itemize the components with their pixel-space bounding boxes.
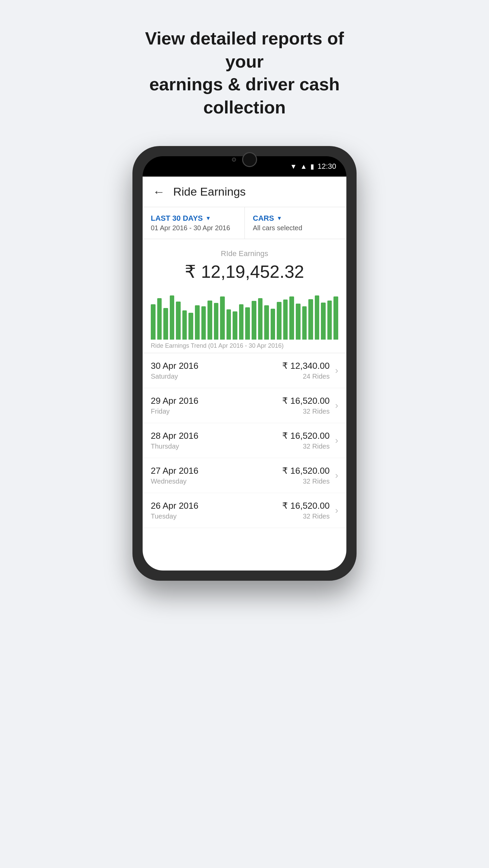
ride-count: 32 Rides [282, 477, 330, 485]
ride-list-item[interactable]: 30 Apr 2016 Saturday ₹ 12,340.00 24 Ride… [143, 353, 346, 388]
back-button[interactable]: ← [153, 185, 165, 199]
ride-list-item[interactable]: 28 Apr 2016 Thursday ₹ 16,520.00 32 Ride… [143, 423, 346, 458]
cars-filter-value: All cars selected [253, 224, 339, 232]
ride-amount: ₹ 16,520.00 [282, 466, 330, 476]
chart-bar [302, 306, 307, 340]
chart-bar [195, 305, 200, 340]
chart-bar [151, 304, 156, 340]
filter-row: LAST 30 DAYS ▼ 01 Apr 2016 - 30 Apr 2016… [143, 207, 346, 239]
chart-bar [207, 301, 212, 340]
chart-bar [239, 304, 244, 340]
chart-bar [271, 309, 275, 340]
chart-bar [252, 301, 256, 340]
ride-amount-group: ₹ 16,520.00 32 Rides › [282, 466, 338, 485]
ride-date-group: 26 Apr 2016 Tuesday [151, 501, 198, 520]
ride-date-group: 28 Apr 2016 Thursday [151, 431, 198, 450]
chevron-right-icon: › [335, 435, 338, 446]
chart-bar [327, 301, 332, 340]
ride-amount-info: ₹ 12,340.00 24 Rides [282, 361, 330, 380]
chart-bar [214, 303, 219, 340]
chart-bar [220, 296, 225, 340]
chart-bar [289, 296, 294, 340]
ride-date: 28 Apr 2016 [151, 431, 198, 441]
earnings-section: RIde Earnings ₹ 12,19,452.32 [143, 239, 346, 295]
ride-amount-info: ₹ 16,520.00 32 Rides [282, 396, 330, 415]
chart-bar [283, 300, 288, 340]
chart-bar [258, 298, 263, 340]
ride-amount-group: ₹ 16,520.00 32 Rides › [282, 396, 338, 415]
app-bar: ← Ride Earnings [143, 177, 346, 207]
chart-bar [201, 306, 206, 340]
ride-day: Thursday [151, 442, 198, 450]
ride-day: Friday [151, 408, 198, 415]
ride-amount: ₹ 12,340.00 [282, 361, 330, 371]
ride-count: 32 Rides [282, 512, 330, 520]
page-headline: View detailed reports of your earnings &… [126, 27, 363, 119]
ride-date: 29 Apr 2016 [151, 396, 198, 406]
period-filter[interactable]: LAST 30 DAYS ▼ 01 Apr 2016 - 30 Apr 2016 [143, 207, 245, 239]
chart-bar [277, 302, 282, 340]
cars-filter[interactable]: CARS ▼ All cars selected [245, 207, 347, 239]
ride-date-group: 29 Apr 2016 Friday [151, 396, 198, 415]
chevron-right-icon: › [335, 470, 338, 481]
app-title: Ride Earnings [173, 185, 246, 198]
ride-date-group: 27 Apr 2016 Wednesday [151, 466, 198, 485]
ride-date-group: 30 Apr 2016 Saturday [151, 361, 198, 380]
ride-amount-info: ₹ 16,520.00 32 Rides [282, 501, 330, 520]
cars-filter-label: CARS ▼ [253, 214, 339, 223]
cars-dropdown-arrow: ▼ [277, 215, 282, 221]
ride-count: 32 Rides [282, 408, 330, 415]
chart-bar [321, 303, 326, 340]
ride-day: Tuesday [151, 512, 198, 520]
chart-bar [182, 310, 187, 340]
status-time: 12:30 [318, 162, 336, 171]
chart-bar [315, 295, 320, 340]
signal-icon: ▲ [300, 163, 307, 170]
chart-bar [233, 311, 237, 340]
chart-bar [296, 304, 301, 340]
ride-date: 30 Apr 2016 [151, 361, 198, 371]
chart-bar [188, 313, 193, 340]
ride-count: 32 Rides [282, 442, 330, 450]
chart-bar [308, 299, 313, 340]
chevron-right-icon: › [335, 400, 338, 411]
ride-amount-group: ₹ 12,340.00 24 Rides › [282, 361, 338, 380]
ride-amount: ₹ 16,520.00 [282, 396, 330, 406]
rides-list: 30 Apr 2016 Saturday ₹ 12,340.00 24 Ride… [143, 353, 346, 571]
ride-date: 26 Apr 2016 [151, 501, 198, 511]
front-camera [232, 158, 236, 162]
ride-count: 24 Rides [282, 373, 330, 380]
phone-mockup: ▼ ▲ ▮ 12:30 ← Ride Earnings LAST 30 DAYS [132, 146, 357, 581]
app-screen: ← Ride Earnings LAST 30 DAYS ▼ 01 Apr 20… [143, 177, 346, 571]
ride-amount-group: ₹ 16,520.00 32 Rides › [282, 431, 338, 450]
chart-bar [176, 302, 181, 340]
ride-amount-group: ₹ 16,520.00 32 Rides › [282, 501, 338, 520]
chart-bar [245, 307, 250, 340]
ride-list-item[interactable]: 27 Apr 2016 Wednesday ₹ 16,520.00 32 Rid… [143, 458, 346, 493]
ride-day: Saturday [151, 373, 198, 380]
chevron-right-icon: › [335, 365, 338, 376]
period-dropdown-arrow: ▼ [205, 215, 211, 221]
ride-amount-info: ₹ 16,520.00 32 Rides [282, 466, 330, 485]
ride-list-item[interactable]: 26 Apr 2016 Tuesday ₹ 16,520.00 32 Rides… [143, 493, 346, 528]
period-filter-value: 01 Apr 2016 - 30 Apr 2016 [151, 224, 236, 232]
speaker [242, 152, 257, 167]
ride-list-item[interactable]: 29 Apr 2016 Friday ₹ 16,520.00 32 Rides … [143, 388, 346, 423]
wifi-icon: ▼ [290, 163, 297, 170]
chart-bar [157, 298, 162, 340]
ride-amount: ₹ 16,520.00 [282, 501, 330, 511]
ride-amount: ₹ 16,520.00 [282, 431, 330, 441]
chart-bar [227, 309, 231, 340]
earnings-bar-chart [143, 295, 346, 340]
battery-icon: ▮ [310, 162, 314, 170]
chart-bar [333, 296, 338, 340]
ride-date: 27 Apr 2016 [151, 466, 198, 476]
chart-label: Ride Earnings Trend (01 Apr 2016 - 30 Ap… [143, 342, 346, 349]
period-filter-label: LAST 30 DAYS ▼ [151, 214, 236, 223]
ride-day: Wednesday [151, 477, 198, 485]
chevron-right-icon: › [335, 505, 338, 516]
chart-bar [170, 295, 175, 340]
chart-bar [163, 308, 168, 340]
ride-amount-info: ₹ 16,520.00 32 Rides [282, 431, 330, 450]
earnings-amount: ₹ 12,19,452.32 [151, 261, 338, 282]
